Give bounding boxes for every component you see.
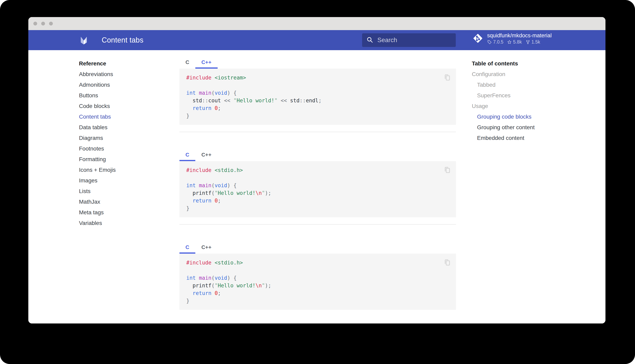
section-divider: [179, 132, 456, 132]
browser-window: Content tabs Search: [28, 17, 605, 324]
repo-version: 7.0.5: [487, 39, 503, 45]
copy-to-clipboard-button[interactable]: [444, 258, 452, 268]
tabbed-example: CC++#include <iostream> int main(void) {…: [179, 57, 456, 125]
toc-item[interactable]: SuperFences: [472, 90, 588, 101]
toc-item[interactable]: Configuration: [472, 69, 588, 80]
sidebar-list: AbbreviationsAdmonitionsButtonsCode bloc…: [79, 69, 165, 228]
window-titlebar: [28, 17, 605, 30]
search-box[interactable]: Search: [362, 33, 456, 47]
sidebar-nav: Reference AbbreviationsAdmonitionsButton…: [79, 58, 165, 228]
sidebar-item[interactable]: Code blocks: [79, 101, 165, 111]
tab-c[interactable]: C: [179, 150, 195, 161]
toc-list: ConfigurationTabbedSuperFencesUsageGroup…: [472, 69, 588, 143]
sidebar-item[interactable]: Diagrams: [79, 133, 165, 143]
repo-link[interactable]: squidfunk/mkdocs-material 7.0.5: [473, 33, 552, 45]
repo-info: squidfunk/mkdocs-material 7.0.5: [487, 33, 552, 45]
toc-item[interactable]: Grouping other content: [472, 122, 588, 133]
sidebar-heading: Reference: [79, 58, 165, 69]
window-control-dot[interactable]: [41, 22, 45, 26]
sidebar-item[interactable]: Icons + Emojis: [79, 164, 165, 175]
window-control-dot[interactable]: [33, 22, 37, 26]
sidebar-item[interactable]: Formatting: [79, 154, 165, 164]
sidebar-item[interactable]: Images: [79, 175, 165, 186]
tab-cpp[interactable]: C++: [195, 150, 218, 161]
copy-to-clipboard-button[interactable]: [444, 166, 452, 175]
copy-to-clipboard-button[interactable]: [444, 73, 452, 82]
tab-cpp[interactable]: C++: [195, 57, 218, 69]
page-body: Reference AbbreviationsAdmonitionsButton…: [28, 50, 605, 324]
git-logo-icon: [473, 34, 483, 44]
sidebar-item[interactable]: Data tables: [79, 122, 165, 133]
copy-icon: [444, 166, 452, 174]
sidebar-item[interactable]: Buttons: [79, 90, 165, 101]
tab-cpp[interactable]: C++: [195, 242, 218, 254]
toc-item[interactable]: Embedded content: [472, 133, 588, 143]
toc-item[interactable]: Grouping code blocks: [472, 111, 588, 122]
code-listing: #include <stdio.h> int main(void) { prin…: [186, 166, 449, 212]
tab-bar: CC++: [179, 242, 456, 254]
section-divider: [179, 224, 456, 225]
code-block: #include <stdio.h> int main(void) { prin…: [179, 161, 456, 217]
repo-stars: 5.8k: [507, 39, 522, 45]
sidebar-item[interactable]: Meta tags: [79, 207, 165, 218]
copy-icon: [444, 258, 452, 267]
tag-icon: [487, 40, 492, 44]
tab-c[interactable]: C: [179, 242, 195, 254]
toc-item[interactable]: Tabbed: [472, 80, 588, 90]
sidebar-item[interactable]: Admonitions: [79, 80, 165, 90]
toc-heading: Table of contents: [472, 58, 588, 69]
repo-name: squidfunk/mkdocs-material: [487, 33, 552, 38]
toc-item[interactable]: Usage: [472, 101, 588, 111]
code-listing: #include <iostream> int main(void) { std…: [186, 74, 449, 120]
repo-facts: 7.0.5 5.8k: [487, 39, 552, 45]
screenshot-background: Content tabs Search: [0, 0, 635, 364]
mkdocs-material-logo-icon[interactable]: [79, 36, 88, 45]
repo-forks: 1.5k: [525, 39, 540, 45]
sidebar-item[interactable]: Abbreviations: [79, 69, 165, 80]
app-header: Content tabs Search: [28, 30, 605, 50]
star-icon: [507, 40, 512, 44]
tab-bar: CC++: [179, 57, 456, 69]
code-block: #include <stdio.h> int main(void) { prin…: [179, 254, 456, 310]
sidebar-item[interactable]: Lists: [79, 186, 165, 196]
page-title: Content tabs: [102, 36, 143, 44]
fork-icon: [525, 40, 530, 44]
tab-c[interactable]: C: [179, 57, 195, 69]
search-icon: [366, 36, 373, 44]
window-control-dot[interactable]: [49, 22, 53, 26]
sidebar-item[interactable]: Variables: [79, 218, 165, 228]
sidebar-item[interactable]: Content tabs: [79, 111, 165, 122]
sidebar-item[interactable]: Footnotes: [79, 143, 165, 154]
tab-bar: CC++: [179, 150, 456, 161]
sidebar-item[interactable]: MathJax: [79, 196, 165, 207]
copy-icon: [444, 73, 452, 82]
tabbed-example: CC++#include <stdio.h> int main(void) { …: [179, 242, 456, 310]
main-content: CC++#include <iostream> int main(void) {…: [179, 50, 456, 310]
code-listing: #include <stdio.h> int main(void) { prin…: [186, 259, 449, 304]
search-placeholder: Search: [377, 36, 397, 44]
toc-nav: Table of contents ConfigurationTabbedSup…: [472, 58, 588, 143]
code-block: #include <iostream> int main(void) { std…: [179, 69, 456, 125]
tabbed-example: CC++#include <stdio.h> int main(void) { …: [179, 150, 456, 217]
